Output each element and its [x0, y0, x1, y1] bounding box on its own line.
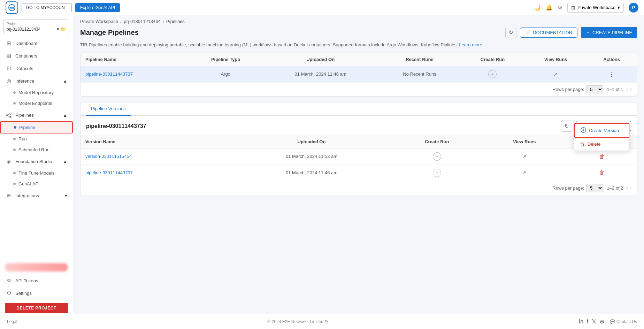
- dot-icon3: [13, 148, 16, 151]
- sidebar-label-model-repository: Model Repository: [18, 90, 54, 95]
- version-create-run-cell: ＋: [392, 164, 482, 181]
- refresh-button[interactable]: ↻: [505, 27, 516, 38]
- version-delete-button-2[interactable]: 🗑: [599, 170, 605, 176]
- vcol-uploaded-on: Uploaded On: [231, 135, 392, 148]
- vcol-version-name: Version Name: [80, 135, 231, 148]
- project-label: Project: [7, 22, 66, 26]
- version-view-runs-icon-1[interactable]: ↗: [522, 153, 527, 159]
- table-row: pipeline-030111443737 Argo 01 March, 202…: [80, 66, 637, 82]
- delete-label: Delete: [588, 141, 601, 147]
- sidebar-label-pipeline: Pipeline: [19, 125, 35, 130]
- pipelines-pagination: Rows per page: 5 10 25 1–1 of 1 ‹ ›: [80, 82, 637, 96]
- context-menu-create-version[interactable]: Create Version: [574, 123, 629, 138]
- linkedin-icon[interactable]: in: [579, 319, 583, 325]
- context-menu-delete[interactable]: 🗑 Delete: [574, 138, 629, 151]
- footer-legal[interactable]: Legal: [7, 319, 17, 324]
- sidebar-item-scheduled-run[interactable]: Scheduled Run: [0, 144, 73, 155]
- versions-next-page-button[interactable]: ›: [630, 185, 632, 191]
- sidebar-item-pipelines[interactable]: Pipelines ▲: [0, 109, 73, 121]
- sidebar-item-dashboard[interactable]: ⊞ Dashboard: [0, 37, 73, 49]
- create-run-icon[interactable]: ＋: [488, 70, 497, 78]
- sidebar-label-dashboard: Dashboard: [15, 41, 38, 46]
- next-page-button[interactable]: ›: [630, 86, 632, 92]
- notifications-button[interactable]: 🔔: [546, 4, 553, 11]
- versions-rows-per-page: Rows per page: 5 10 25: [552, 184, 603, 192]
- prev-page-button[interactable]: ‹: [627, 86, 628, 92]
- inference-icon: ◎: [6, 78, 12, 84]
- version-view-runs-cell: ↗: [482, 164, 567, 181]
- workspace-selector[interactable]: ⊞ Private Workspace ▾: [567, 3, 624, 13]
- rss-icon[interactable]: ⊕: [600, 318, 604, 325]
- version-actions-cell: 🗑: [567, 164, 637, 181]
- main-content: Private Workspace › prj-013011213434 › P…: [73, 15, 644, 329]
- versions-pagination: Rows per page: 5 10 25 1–2 of 2 ‹ ›: [80, 181, 637, 195]
- dot-icon: [13, 91, 16, 94]
- sidebar-item-containers[interactable]: ▤ Containers: [0, 49, 73, 62]
- chevron-up-icon3: ▲: [63, 159, 67, 164]
- sidebar: Project prj-013011213434 ▾ 📁 ⊞ Dashboard…: [0, 15, 73, 329]
- sidebar-item-model-endpoints[interactable]: Model Endpoints: [0, 98, 73, 109]
- sidebar-item-datasets[interactable]: ⊡ Datasets: [0, 62, 73, 75]
- dark-mode-toggle[interactable]: 🌙: [534, 4, 541, 11]
- documentation-button[interactable]: 📄 DOCUMENTATION: [520, 28, 577, 38]
- top-navigation: TIR GO TO MYACCOUNT Explore GenAI API 🌙 …: [0, 0, 644, 15]
- sidebar-label-integrations: Integrations: [15, 193, 39, 198]
- project-selector[interactable]: Project prj-013011213434 ▾ 📁: [3, 20, 69, 34]
- breadcrumb-sep2: ›: [163, 19, 164, 24]
- version-name-cell: pipeline-030111443737: [80, 164, 231, 181]
- contact-icon: 💬: [610, 319, 615, 324]
- sidebar-item-run[interactable]: Run: [0, 133, 73, 144]
- explore-genai-button[interactable]: Explore GenAI API: [75, 3, 120, 12]
- tab-pipeline-versions[interactable]: Pipeline Versions: [86, 102, 131, 116]
- version-view-runs-icon-2[interactable]: ↗: [522, 170, 527, 176]
- versions-refresh-button[interactable]: ↻: [561, 121, 572, 132]
- version-create-run-icon-2[interactable]: ＋: [433, 169, 441, 177]
- versions-prev-page-button[interactable]: ‹: [627, 185, 628, 191]
- learn-more-link[interactable]: Learn more: [459, 42, 482, 47]
- chevron-down-icon4: ▾: [65, 193, 67, 198]
- version-create-run-cell: ＋: [392, 148, 482, 164]
- sidebar-item-pipeline[interactable]: Pipeline: [0, 121, 73, 133]
- versions-rows-per-page-select[interactable]: 5 10 25: [586, 184, 603, 192]
- versions-page-nav: ‹ ›: [627, 185, 632, 191]
- create-version-label: Create Version: [589, 128, 619, 133]
- footer-copyright: © 2024 E2E Networks Limited ™: [268, 319, 329, 324]
- pipelines-submenu: Pipeline Run Scheduled Run: [0, 121, 73, 155]
- info-text: TIR Pipelines enable building and deploy…: [73, 41, 644, 53]
- create-pipeline-button[interactable]: ＋ CREATE PIPELINE: [581, 27, 637, 38]
- sidebar-item-genai-api[interactable]: GenAI API: [0, 178, 73, 189]
- sidebar-label-containers: Containers: [15, 53, 37, 59]
- pipeline-name-link[interactable]: pipeline-030111443737: [85, 71, 133, 77]
- sidebar-item-fine-tune-models[interactable]: Fine Tune Models: [0, 168, 73, 178]
- actions-menu-button[interactable]: ⋮: [608, 70, 615, 78]
- breadcrumb-workspace[interactable]: Private Workspace: [80, 19, 118, 24]
- recent-runs-cell: No Recent Runs: [379, 66, 460, 82]
- delete-project-button[interactable]: DELETE PROJECT: [5, 303, 68, 313]
- view-runs-icon[interactable]: ↗: [553, 71, 558, 77]
- create-version-icon: [581, 127, 586, 134]
- facebook-icon[interactable]: f: [587, 319, 588, 325]
- breadcrumb-project[interactable]: prj-013011213434: [124, 19, 161, 24]
- sidebar-item-integrations[interactable]: ⊕ Integrations ▾: [0, 189, 73, 202]
- logo-area: TIR: [6, 1, 18, 14]
- version-name-link-2[interactable]: pipeline-030111443737: [85, 170, 133, 175]
- chevron-up-icon2: ▲: [63, 113, 67, 118]
- sidebar-item-model-repository[interactable]: Model Repository: [0, 87, 73, 98]
- twitter-icon[interactable]: 𝕏: [592, 318, 596, 325]
- rows-per-page-select[interactable]: 5 10 25: [586, 85, 603, 93]
- settings-button[interactable]: ⚙: [558, 4, 562, 11]
- blurred-toggle: [5, 263, 68, 271]
- sidebar-item-settings[interactable]: ⚙ Settings: [0, 287, 73, 299]
- main-layout: Project prj-013011213434 ▾ 📁 ⊞ Dashboard…: [0, 15, 644, 329]
- sidebar-item-foundation-studio[interactable]: ◈ Foundation Studio ▲: [0, 155, 73, 168]
- version-delete-button-1[interactable]: 🗑: [599, 153, 605, 160]
- dashboard-icon: ⊞: [6, 40, 12, 46]
- version-name-link-1[interactable]: version-030111515454: [85, 154, 132, 159]
- sidebar-item-api-tokens[interactable]: ⚙ API Tokens: [0, 274, 73, 287]
- version-uploaded-cell: 01 March, 2024 11:52 am: [231, 148, 392, 164]
- version-create-run-icon-1[interactable]: ＋: [433, 152, 441, 161]
- sidebar-item-inference[interactable]: ◎ Inference ▲: [0, 75, 73, 87]
- footer-contact-us[interactable]: 💬 Contact Us: [610, 319, 637, 324]
- avatar[interactable]: P: [629, 3, 638, 13]
- go-to-myaccount-button[interactable]: GO TO MYACCOUNT: [22, 3, 72, 12]
